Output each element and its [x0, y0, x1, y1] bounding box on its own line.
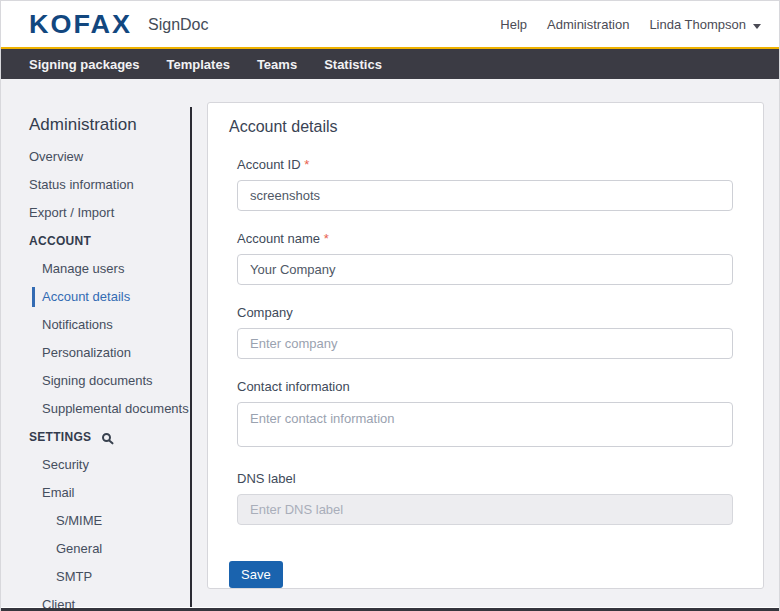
sidebar-title: Administration: [29, 115, 190, 135]
sidebar-item-account: ACCOUNT: [1, 227, 190, 255]
sidebar-item-label: Export / Import: [29, 205, 114, 220]
form-field-account-id: Account ID *: [237, 157, 733, 211]
sidebar-item-label: Personalization: [42, 345, 131, 360]
form-field-dns-label: DNS label: [237, 471, 733, 525]
sidebar-item-general[interactable]: General: [1, 535, 190, 563]
field-label: Account ID *: [237, 157, 733, 172]
sidebar-item-personalization[interactable]: Personalization: [1, 339, 190, 367]
sidebar-item-label: Account details: [42, 289, 130, 304]
product-name: SignDoc: [148, 16, 208, 34]
contact-information-textarea[interactable]: [237, 402, 733, 447]
sidebar-item-label: Manage users: [42, 261, 124, 276]
sidebar-item-signing-documents[interactable]: Signing documents: [1, 367, 190, 395]
administration-link[interactable]: Administration: [547, 17, 629, 32]
sidebar-item-label: SETTINGS: [29, 430, 91, 444]
kofax-logo[interactable]: KOFAX: [29, 9, 132, 39]
sidebar-item-smtp[interactable]: SMTP: [1, 563, 190, 591]
chevron-down-icon: [753, 24, 761, 29]
sidebar-item-label: Status information: [29, 177, 134, 192]
content-area: Administration OverviewStatus informatio…: [1, 79, 779, 607]
nav-item-signing-packages[interactable]: Signing packages: [29, 57, 140, 72]
sidebar-item-label: General: [56, 541, 102, 556]
sidebar-item-export-import[interactable]: Export / Import: [1, 199, 190, 227]
account-form: Account ID *Account name *CompanyContact…: [237, 157, 733, 525]
sidebar-item-supplemental-documents[interactable]: Supplemental documents: [1, 395, 190, 423]
help-link[interactable]: Help: [500, 17, 527, 32]
user-menu[interactable]: Linda Thompson: [649, 17, 761, 32]
field-label: Account name *: [237, 231, 733, 246]
sidebar-nav: OverviewStatus informationExport / Impor…: [1, 143, 190, 611]
sidebar-item-overview[interactable]: Overview: [1, 143, 190, 171]
user-name: Linda Thompson: [649, 17, 746, 32]
sidebar-item-status-information[interactable]: Status information: [1, 171, 190, 199]
sidebar-item-s-mime[interactable]: S/MIME: [1, 507, 190, 535]
form-field-account-name: Account name *: [237, 231, 733, 285]
sidebar-item-security[interactable]: Security: [1, 451, 190, 479]
field-label: Contact information: [237, 379, 733, 394]
search-icon[interactable]: [102, 433, 111, 442]
sidebar-item-settings: SETTINGS: [1, 423, 190, 451]
sidebar-item-account-details[interactable]: Account details: [1, 283, 190, 311]
required-asterisk: *: [320, 231, 329, 246]
sidebar-item-label: ACCOUNT: [29, 234, 91, 248]
sidebar: Administration OverviewStatus informatio…: [1, 79, 190, 607]
main-nav: Signing packagesTemplatesTeamsStatistics: [1, 49, 779, 79]
sidebar-item-label: Overview: [29, 149, 83, 164]
sidebar-item-manage-users[interactable]: Manage users: [1, 255, 190, 283]
form-field-company: Company: [237, 305, 733, 359]
header-links: Help Administration Linda Thompson: [500, 17, 761, 32]
save-button[interactable]: Save: [229, 561, 283, 588]
company-input[interactable]: [237, 328, 733, 359]
field-label: Company: [237, 305, 733, 320]
sidebar-item-label: S/MIME: [56, 513, 102, 528]
main-panel: Account details Account ID *Account name…: [192, 79, 780, 607]
account-details-card: Account details Account ID *Account name…: [207, 102, 764, 589]
form-field-contact-information: Contact information: [237, 379, 733, 451]
nav-item-teams[interactable]: Teams: [257, 57, 297, 72]
account-name-input[interactable]: [237, 254, 733, 285]
dns-label-input[interactable]: [237, 494, 733, 525]
sidebar-item-email[interactable]: Email: [1, 479, 190, 507]
sidebar-item-label: Supplemental documents: [42, 401, 189, 416]
sidebar-item-label: Signing documents: [42, 373, 153, 388]
account-id-input[interactable]: [237, 180, 733, 211]
sidebar-item-label: SMTP: [56, 569, 92, 584]
field-label: DNS label: [237, 471, 733, 486]
sidebar-item-notifications[interactable]: Notifications: [1, 311, 190, 339]
sidebar-item-label: Email: [42, 485, 75, 500]
required-asterisk: *: [301, 157, 310, 172]
nav-item-statistics[interactable]: Statistics: [324, 57, 382, 72]
page-title: Account details: [229, 118, 742, 136]
sidebar-item-label: Security: [42, 457, 89, 472]
nav-item-templates[interactable]: Templates: [167, 57, 230, 72]
app-header: KOFAX SignDoc Help Administration Linda …: [1, 1, 779, 49]
sidebar-item-label: Notifications: [42, 317, 113, 332]
